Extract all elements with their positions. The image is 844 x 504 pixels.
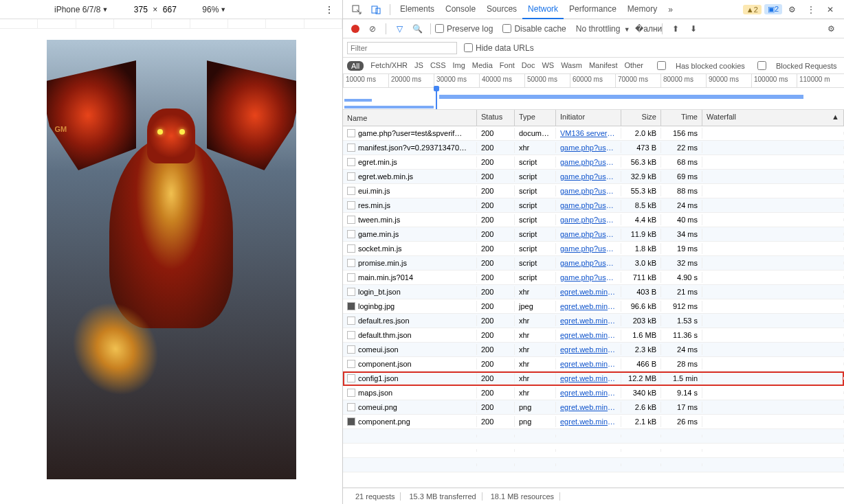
type-wasm[interactable]: Wasm bbox=[561, 61, 582, 71]
request-row[interactable]: component.json200xhregret.web.min.…466 B… bbox=[343, 357, 844, 371]
more-icon[interactable]: ⋮ bbox=[806, 4, 817, 15]
request-initiator[interactable]: game.php?use… bbox=[556, 272, 621, 283]
request-initiator[interactable]: game.php?use… bbox=[556, 229, 621, 240]
type-fetch-xhr[interactable]: Fetch/XHR bbox=[370, 61, 408, 71]
request-row[interactable]: loginbg.jpg200jpegegret.web.min.…96.6 kB… bbox=[343, 299, 844, 314]
blocked-cookies-checkbox[interactable] bbox=[657, 61, 666, 70]
blocked-requests-checkbox[interactable] bbox=[757, 61, 766, 70]
device-toggle-icon[interactable] bbox=[370, 4, 381, 15]
type-js[interactable]: JS bbox=[414, 61, 423, 71]
col-type[interactable]: Type bbox=[515, 110, 556, 126]
request-initiator[interactable]: game.php?use… bbox=[556, 185, 621, 196]
width-input[interactable] bbox=[129, 5, 153, 14]
request-initiator[interactable]: egret.web.min.… bbox=[556, 358, 621, 369]
request-row[interactable]: default.res.json200xhregret.web.min.…203… bbox=[343, 314, 844, 328]
hide-data-urls-checkbox[interactable] bbox=[464, 43, 473, 52]
request-row[interactable]: login_bt.json200xhregret.web.min.…403 B2… bbox=[343, 285, 844, 299]
preserve-log-checkbox[interactable] bbox=[435, 24, 444, 33]
request-row[interactable]: config1.json200xhregret.web.min.…12.2 MB… bbox=[343, 371, 844, 386]
phone-viewport[interactable]: GM bbox=[47, 40, 296, 479]
type-other[interactable]: Other bbox=[624, 61, 643, 71]
request-initiator[interactable]: game.php?use… bbox=[556, 257, 621, 268]
info-badge[interactable]: ▣2 bbox=[764, 4, 782, 14]
network-settings-icon[interactable]: ⚙ bbox=[825, 23, 836, 34]
record-button[interactable] bbox=[351, 25, 359, 33]
request-initiator[interactable]: egret.web.min.… bbox=[556, 344, 621, 355]
col-time[interactable]: Time bbox=[661, 110, 702, 126]
disable-cache-checkbox[interactable] bbox=[502, 24, 511, 33]
request-initiator[interactable]: egret.web.min.… bbox=[556, 301, 621, 312]
type-manifest[interactable]: Manifest bbox=[589, 61, 618, 71]
inspect-icon[interactable] bbox=[351, 4, 362, 15]
type-all[interactable]: All bbox=[347, 61, 364, 71]
col-size[interactable]: Size bbox=[621, 110, 661, 126]
request-row[interactable]: manifest.json?v=0.293713470…200xhrgame.p… bbox=[343, 141, 844, 155]
tab-elements[interactable]: Elements bbox=[395, 0, 440, 19]
wifi-icon[interactable]: �ални bbox=[643, 23, 654, 34]
col-initiator[interactable]: Initiator bbox=[556, 110, 621, 126]
blocked-requests-label[interactable]: Blocked Requests bbox=[776, 62, 837, 70]
zoom-select[interactable]: 96% ▼ bbox=[202, 5, 226, 14]
request-initiator[interactable]: egret.web.min.… bbox=[556, 373, 621, 384]
request-initiator[interactable]: egret.web.min.… bbox=[556, 402, 621, 413]
request-row[interactable]: game.php?user=test&spverif…200docum…VM13… bbox=[343, 126, 844, 141]
request-initiator[interactable]: egret.web.min.… bbox=[556, 315, 621, 326]
timeline-overview[interactable] bbox=[343, 88, 844, 110]
tab-performance[interactable]: Performance bbox=[564, 0, 622, 19]
type-img[interactable]: Img bbox=[453, 61, 465, 71]
settings-icon[interactable]: ⚙ bbox=[786, 4, 797, 15]
close-icon[interactable]: ✕ bbox=[825, 4, 836, 15]
request-row[interactable]: maps.json200xhregret.web.min.…340 kB9.14… bbox=[343, 386, 844, 400]
preserve-log-label[interactable]: Preserve log bbox=[447, 24, 493, 34]
request-initiator[interactable]: game.php?use… bbox=[556, 243, 621, 254]
search-icon[interactable]: 🔍 bbox=[412, 23, 423, 34]
request-row[interactable]: eui.min.js200scriptgame.php?use…55.3 kB8… bbox=[343, 184, 844, 198]
request-initiator[interactable]: game.php?use… bbox=[556, 171, 621, 182]
type-font[interactable]: Font bbox=[500, 61, 515, 71]
request-row[interactable]: default.thm.json200xhregret.web.min.…1.6… bbox=[343, 328, 844, 343]
tab-network[interactable]: Network bbox=[522, 0, 564, 19]
request-initiator[interactable]: egret.web.min.… bbox=[556, 416, 621, 427]
height-input[interactable] bbox=[157, 5, 181, 14]
request-row[interactable]: comeui.json200xhregret.web.min.…2.3 kB24… bbox=[343, 343, 844, 357]
request-row[interactable]: tween.min.js200scriptgame.php?use…4.4 kB… bbox=[343, 213, 844, 227]
upload-icon[interactable]: ⬆ bbox=[670, 23, 681, 34]
timeline-ruler[interactable]: 10000 ms20000 ms30000 ms40000 ms50000 ms… bbox=[343, 74, 844, 88]
request-row[interactable]: socket.min.js200scriptgame.php?use…1.8 k… bbox=[343, 242, 844, 256]
request-row[interactable]: promise.min.js200scriptgame.php?use…3.0 … bbox=[343, 256, 844, 271]
request-initiator[interactable]: VM136 server1… bbox=[556, 128, 621, 139]
col-name[interactable]: Name bbox=[343, 110, 477, 126]
warning-badge[interactable]: ▲2 bbox=[743, 5, 762, 14]
request-initiator[interactable]: egret.web.min.… bbox=[556, 387, 621, 398]
request-row[interactable]: component.png200pngegret.web.min.…2.1 kB… bbox=[343, 415, 844, 429]
type-media[interactable]: Media bbox=[472, 61, 493, 71]
clear-icon[interactable]: ⊘ bbox=[367, 23, 378, 34]
more-options-icon[interactable]: ⋮ bbox=[324, 4, 334, 15]
request-row[interactable]: main.min.js?014200scriptgame.php?use…711… bbox=[343, 271, 844, 285]
request-row[interactable]: egret.web.min.js200scriptgame.php?use…32… bbox=[343, 170, 844, 184]
request-initiator[interactable]: egret.web.min.… bbox=[556, 330, 621, 341]
tab-memory[interactable]: Memory bbox=[622, 0, 663, 19]
filter-input[interactable] bbox=[347, 42, 457, 54]
request-row[interactable]: comeui.png200pngegret.web.min.…2.6 kB17 … bbox=[343, 400, 844, 415]
request-initiator[interactable]: game.php?use… bbox=[556, 200, 621, 211]
blocked-cookies-label[interactable]: Has blocked cookies bbox=[676, 62, 745, 70]
disable-cache-label[interactable]: Disable cache bbox=[514, 24, 566, 34]
tabs-overflow[interactable]: » bbox=[663, 1, 678, 19]
request-row[interactable]: res.min.js200scriptgame.php?use…8.5 kB24… bbox=[343, 198, 844, 213]
request-initiator[interactable]: game.php?use… bbox=[556, 157, 621, 168]
request-row[interactable]: game.min.js200scriptgame.php?use…11.9 kB… bbox=[343, 227, 844, 242]
request-initiator[interactable]: game.php?use… bbox=[556, 142, 621, 153]
hide-data-urls-label[interactable]: Hide data URLs bbox=[476, 43, 534, 53]
type-ws[interactable]: WS bbox=[542, 61, 554, 71]
type-css[interactable]: CSS bbox=[430, 61, 446, 71]
tab-console[interactable]: Console bbox=[440, 0, 481, 19]
tab-sources[interactable]: Sources bbox=[481, 0, 522, 19]
device-select[interactable]: iPhone 6/7/8 ▼ bbox=[54, 5, 108, 14]
request-initiator[interactable]: game.php?use… bbox=[556, 214, 621, 225]
col-waterfall[interactable]: Waterfall▲ bbox=[702, 110, 844, 126]
request-row[interactable]: egret.min.js200scriptgame.php?use…56.3 k… bbox=[343, 155, 844, 170]
filter-icon[interactable]: ▽ bbox=[394, 23, 405, 34]
request-initiator[interactable]: egret.web.min.… bbox=[556, 286, 621, 297]
col-status[interactable]: Status bbox=[477, 110, 515, 126]
